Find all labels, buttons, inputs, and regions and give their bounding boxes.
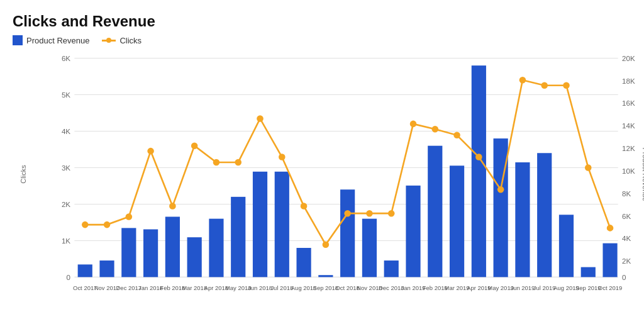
dot-16 [432, 126, 439, 133]
bar-24 [602, 243, 617, 277]
dot-9 [279, 154, 286, 160]
svg-text:14K: 14K [622, 122, 635, 130]
svg-text:Oct 2018: Oct 2018 [335, 284, 359, 291]
bar-16 [428, 146, 442, 277]
svg-text:0: 0 [622, 274, 626, 281]
dot-4 [169, 203, 176, 210]
svg-text:Mar 2018: Mar 2018 [182, 284, 207, 291]
chart-svg: 6K 5K 4K 3K 2K 1K 0 20K 18K 16K 14K 12K … [38, 52, 641, 297]
svg-text:8K: 8K [622, 190, 631, 198]
bar-4 [165, 216, 180, 277]
svg-text:12K: 12K [622, 145, 635, 152]
dot-8 [257, 115, 264, 122]
svg-text:Jan 2019: Jan 2019 [401, 284, 426, 291]
bar-1 [99, 260, 114, 277]
svg-text:2K: 2K [622, 257, 631, 265]
dot-21 [541, 82, 548, 89]
svg-text:Jul 2019: Jul 2019 [533, 284, 556, 291]
dot-24 [607, 225, 614, 232]
dot-5 [191, 142, 198, 149]
bar-2 [121, 228, 136, 277]
dot-10 [301, 203, 308, 210]
bar-3 [143, 229, 158, 277]
dot-11 [323, 241, 330, 248]
bar-5 [187, 237, 202, 277]
legend-line-dot [106, 38, 111, 43]
bar-9 [275, 172, 289, 277]
legend-line-icon [102, 40, 116, 42]
svg-text:6K: 6K [62, 55, 70, 62]
dot-13 [366, 210, 373, 217]
dot-19 [497, 186, 504, 193]
dot-7 [235, 159, 242, 166]
dot-3 [147, 148, 154, 155]
svg-text:4K: 4K [622, 235, 631, 242]
bar-15 [406, 186, 420, 277]
dot-12 [344, 210, 351, 217]
bar-17 [450, 165, 464, 277]
dot-15 [410, 121, 417, 128]
dot-23 [585, 164, 592, 171]
svg-text:Sep 2018: Sep 2018 [313, 284, 339, 291]
left-axis-label: Clicks [19, 165, 27, 183]
bar-12 [340, 189, 355, 277]
dot-20 [519, 77, 526, 84]
bar-10 [296, 248, 311, 277]
legend-line: Clicks [102, 36, 142, 45]
bar-21 [537, 153, 552, 277]
svg-text:18K: 18K [622, 77, 635, 85]
bar-20 [515, 162, 530, 277]
legend-bar-icon [13, 35, 23, 45]
bar-14 [384, 260, 399, 277]
svg-text:Dec 2018: Dec 2018 [379, 284, 404, 291]
dot-18 [475, 154, 482, 160]
svg-text:3K: 3K [62, 164, 70, 172]
svg-text:16K: 16K [622, 99, 635, 107]
bar-7 [231, 197, 245, 277]
dot-2 [126, 213, 133, 220]
svg-text:2K: 2K [62, 201, 70, 208]
dot-0 [82, 221, 89, 228]
dot-6 [213, 159, 220, 166]
dot-17 [453, 132, 460, 139]
svg-text:Sep 2019: Sep 2019 [575, 284, 601, 291]
legend-bar-label: Product Revenue [26, 36, 89, 45]
bar-19 [494, 138, 508, 277]
bar-22 [559, 215, 574, 277]
svg-text:10K: 10K [622, 167, 635, 175]
svg-text:1K: 1K [62, 237, 70, 245]
svg-text:5K: 5K [62, 91, 70, 99]
svg-text:6K: 6K [622, 213, 631, 220]
svg-text:0: 0 [67, 274, 70, 281]
bar-18 [472, 65, 486, 277]
svg-text:Jan 2018: Jan 2018 [138, 284, 163, 291]
right-axis-label: Product Revenue [641, 148, 645, 201]
bar-11 [318, 275, 333, 277]
legend-line-label: Clicks [119, 36, 142, 45]
bar-8 [253, 172, 267, 277]
bar-0 [78, 264, 92, 277]
dot-14 [388, 210, 395, 217]
svg-text:Jul 2018: Jul 2018 [270, 284, 293, 291]
bar-13 [362, 219, 377, 277]
dot-1 [104, 221, 111, 228]
svg-text:4K: 4K [62, 128, 70, 135]
svg-text:Oct 2019: Oct 2019 [598, 284, 622, 291]
dot-22 [563, 82, 570, 89]
svg-text:Jun 2018: Jun 2018 [248, 284, 272, 291]
svg-text:Dec 2017: Dec 2017 [116, 284, 142, 291]
svg-text:Mar 2019: Mar 2019 [445, 284, 470, 291]
chart-title: Clicks and Revenue [13, 13, 631, 30]
chart-area: Clicks Product Revenue 6K 5K 4K 3K 2K 1K… [38, 52, 641, 297]
svg-text:20K: 20K [622, 55, 635, 62]
svg-text:Jun 2019: Jun 2019 [510, 284, 535, 291]
svg-text:Oct 2017: Oct 2017 [73, 284, 97, 291]
legend: Product Revenue Clicks [13, 35, 631, 45]
bar-23 [581, 267, 596, 277]
legend-bar: Product Revenue [13, 35, 89, 45]
bar-6 [209, 219, 223, 277]
